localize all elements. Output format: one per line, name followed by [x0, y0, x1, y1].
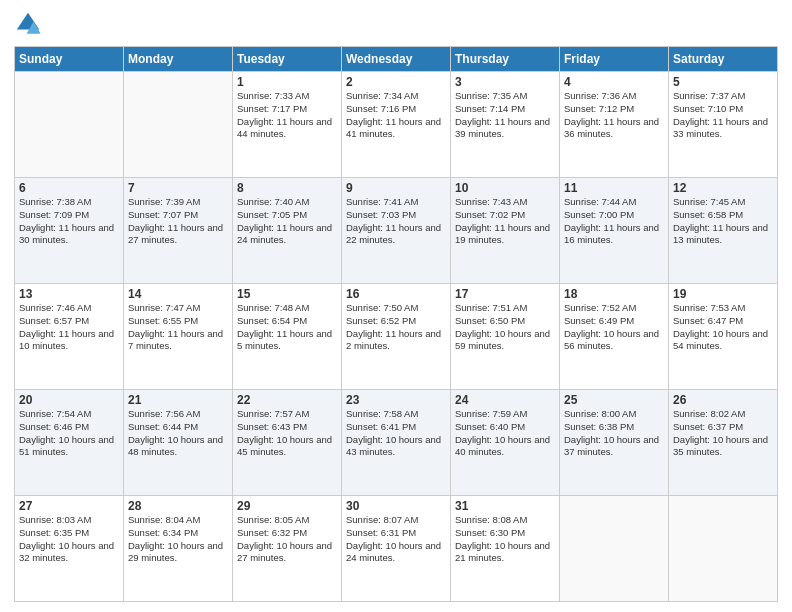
day-info: Sunrise: 7:36 AM Sunset: 7:12 PM Dayligh… [564, 90, 664, 141]
calendar-cell [560, 496, 669, 602]
calendar-header-wednesday: Wednesday [342, 47, 451, 72]
calendar-cell: 3Sunrise: 7:35 AM Sunset: 7:14 PM Daylig… [451, 72, 560, 178]
calendar-week-row: 1Sunrise: 7:33 AM Sunset: 7:17 PM Daylig… [15, 72, 778, 178]
day-number: 9 [346, 181, 446, 195]
day-number: 20 [19, 393, 119, 407]
calendar-header-tuesday: Tuesday [233, 47, 342, 72]
day-number: 22 [237, 393, 337, 407]
day-number: 28 [128, 499, 228, 513]
day-number: 1 [237, 75, 337, 89]
day-info: Sunrise: 7:33 AM Sunset: 7:17 PM Dayligh… [237, 90, 337, 141]
day-info: Sunrise: 8:00 AM Sunset: 6:38 PM Dayligh… [564, 408, 664, 459]
calendar-cell: 9Sunrise: 7:41 AM Sunset: 7:03 PM Daylig… [342, 178, 451, 284]
day-number: 15 [237, 287, 337, 301]
calendar-cell: 31Sunrise: 8:08 AM Sunset: 6:30 PM Dayli… [451, 496, 560, 602]
day-info: Sunrise: 7:39 AM Sunset: 7:07 PM Dayligh… [128, 196, 228, 247]
calendar-week-row: 27Sunrise: 8:03 AM Sunset: 6:35 PM Dayli… [15, 496, 778, 602]
calendar-cell [669, 496, 778, 602]
calendar-cell: 19Sunrise: 7:53 AM Sunset: 6:47 PM Dayli… [669, 284, 778, 390]
calendar-cell: 28Sunrise: 8:04 AM Sunset: 6:34 PM Dayli… [124, 496, 233, 602]
day-info: Sunrise: 8:02 AM Sunset: 6:37 PM Dayligh… [673, 408, 773, 459]
day-info: Sunrise: 8:05 AM Sunset: 6:32 PM Dayligh… [237, 514, 337, 565]
day-info: Sunrise: 7:59 AM Sunset: 6:40 PM Dayligh… [455, 408, 555, 459]
day-number: 5 [673, 75, 773, 89]
day-info: Sunrise: 7:47 AM Sunset: 6:55 PM Dayligh… [128, 302, 228, 353]
day-number: 25 [564, 393, 664, 407]
day-number: 7 [128, 181, 228, 195]
day-number: 17 [455, 287, 555, 301]
day-info: Sunrise: 7:45 AM Sunset: 6:58 PM Dayligh… [673, 196, 773, 247]
day-number: 13 [19, 287, 119, 301]
calendar-cell: 13Sunrise: 7:46 AM Sunset: 6:57 PM Dayli… [15, 284, 124, 390]
logo [14, 10, 46, 38]
day-info: Sunrise: 7:38 AM Sunset: 7:09 PM Dayligh… [19, 196, 119, 247]
day-info: Sunrise: 8:04 AM Sunset: 6:34 PM Dayligh… [128, 514, 228, 565]
calendar-cell [124, 72, 233, 178]
day-number: 12 [673, 181, 773, 195]
day-info: Sunrise: 8:07 AM Sunset: 6:31 PM Dayligh… [346, 514, 446, 565]
calendar-header-monday: Monday [124, 47, 233, 72]
day-info: Sunrise: 7:50 AM Sunset: 6:52 PM Dayligh… [346, 302, 446, 353]
logo-icon [14, 10, 42, 38]
calendar-cell: 10Sunrise: 7:43 AM Sunset: 7:02 PM Dayli… [451, 178, 560, 284]
calendar-cell: 26Sunrise: 8:02 AM Sunset: 6:37 PM Dayli… [669, 390, 778, 496]
calendar-header-thursday: Thursday [451, 47, 560, 72]
calendar-cell: 23Sunrise: 7:58 AM Sunset: 6:41 PM Dayli… [342, 390, 451, 496]
calendar-header-sunday: Sunday [15, 47, 124, 72]
day-info: Sunrise: 7:34 AM Sunset: 7:16 PM Dayligh… [346, 90, 446, 141]
calendar-cell: 12Sunrise: 7:45 AM Sunset: 6:58 PM Dayli… [669, 178, 778, 284]
day-number: 3 [455, 75, 555, 89]
calendar-cell: 30Sunrise: 8:07 AM Sunset: 6:31 PM Dayli… [342, 496, 451, 602]
day-number: 24 [455, 393, 555, 407]
calendar-table: SundayMondayTuesdayWednesdayThursdayFrid… [14, 46, 778, 602]
day-info: Sunrise: 8:08 AM Sunset: 6:30 PM Dayligh… [455, 514, 555, 565]
day-number: 6 [19, 181, 119, 195]
day-info: Sunrise: 7:52 AM Sunset: 6:49 PM Dayligh… [564, 302, 664, 353]
calendar-cell: 24Sunrise: 7:59 AM Sunset: 6:40 PM Dayli… [451, 390, 560, 496]
day-number: 23 [346, 393, 446, 407]
day-info: Sunrise: 7:56 AM Sunset: 6:44 PM Dayligh… [128, 408, 228, 459]
day-info: Sunrise: 7:46 AM Sunset: 6:57 PM Dayligh… [19, 302, 119, 353]
calendar-header-friday: Friday [560, 47, 669, 72]
calendar-week-row: 20Sunrise: 7:54 AM Sunset: 6:46 PM Dayli… [15, 390, 778, 496]
day-info: Sunrise: 7:48 AM Sunset: 6:54 PM Dayligh… [237, 302, 337, 353]
calendar-cell: 25Sunrise: 8:00 AM Sunset: 6:38 PM Dayli… [560, 390, 669, 496]
calendar-cell: 20Sunrise: 7:54 AM Sunset: 6:46 PM Dayli… [15, 390, 124, 496]
calendar-cell: 8Sunrise: 7:40 AM Sunset: 7:05 PM Daylig… [233, 178, 342, 284]
day-number: 14 [128, 287, 228, 301]
day-info: Sunrise: 7:44 AM Sunset: 7:00 PM Dayligh… [564, 196, 664, 247]
day-info: Sunrise: 7:43 AM Sunset: 7:02 PM Dayligh… [455, 196, 555, 247]
calendar-cell: 16Sunrise: 7:50 AM Sunset: 6:52 PM Dayli… [342, 284, 451, 390]
calendar-cell: 17Sunrise: 7:51 AM Sunset: 6:50 PM Dayli… [451, 284, 560, 390]
day-number: 21 [128, 393, 228, 407]
calendar-cell: 22Sunrise: 7:57 AM Sunset: 6:43 PM Dayli… [233, 390, 342, 496]
calendar-week-row: 13Sunrise: 7:46 AM Sunset: 6:57 PM Dayli… [15, 284, 778, 390]
calendar-header-saturday: Saturday [669, 47, 778, 72]
calendar-cell: 21Sunrise: 7:56 AM Sunset: 6:44 PM Dayli… [124, 390, 233, 496]
day-number: 2 [346, 75, 446, 89]
calendar-cell: 1Sunrise: 7:33 AM Sunset: 7:17 PM Daylig… [233, 72, 342, 178]
calendar-cell: 14Sunrise: 7:47 AM Sunset: 6:55 PM Dayli… [124, 284, 233, 390]
calendar-cell: 11Sunrise: 7:44 AM Sunset: 7:00 PM Dayli… [560, 178, 669, 284]
day-info: Sunrise: 7:40 AM Sunset: 7:05 PM Dayligh… [237, 196, 337, 247]
day-number: 18 [564, 287, 664, 301]
day-number: 16 [346, 287, 446, 301]
day-info: Sunrise: 8:03 AM Sunset: 6:35 PM Dayligh… [19, 514, 119, 565]
calendar-cell: 5Sunrise: 7:37 AM Sunset: 7:10 PM Daylig… [669, 72, 778, 178]
day-number: 27 [19, 499, 119, 513]
day-number: 31 [455, 499, 555, 513]
day-number: 8 [237, 181, 337, 195]
day-number: 19 [673, 287, 773, 301]
calendar-week-row: 6Sunrise: 7:38 AM Sunset: 7:09 PM Daylig… [15, 178, 778, 284]
calendar-cell: 18Sunrise: 7:52 AM Sunset: 6:49 PM Dayli… [560, 284, 669, 390]
day-number: 29 [237, 499, 337, 513]
day-info: Sunrise: 7:51 AM Sunset: 6:50 PM Dayligh… [455, 302, 555, 353]
day-info: Sunrise: 7:58 AM Sunset: 6:41 PM Dayligh… [346, 408, 446, 459]
calendar-cell: 7Sunrise: 7:39 AM Sunset: 7:07 PM Daylig… [124, 178, 233, 284]
day-info: Sunrise: 7:35 AM Sunset: 7:14 PM Dayligh… [455, 90, 555, 141]
calendar-cell: 4Sunrise: 7:36 AM Sunset: 7:12 PM Daylig… [560, 72, 669, 178]
day-info: Sunrise: 7:53 AM Sunset: 6:47 PM Dayligh… [673, 302, 773, 353]
calendar-cell: 15Sunrise: 7:48 AM Sunset: 6:54 PM Dayli… [233, 284, 342, 390]
day-info: Sunrise: 7:41 AM Sunset: 7:03 PM Dayligh… [346, 196, 446, 247]
day-info: Sunrise: 7:37 AM Sunset: 7:10 PM Dayligh… [673, 90, 773, 141]
